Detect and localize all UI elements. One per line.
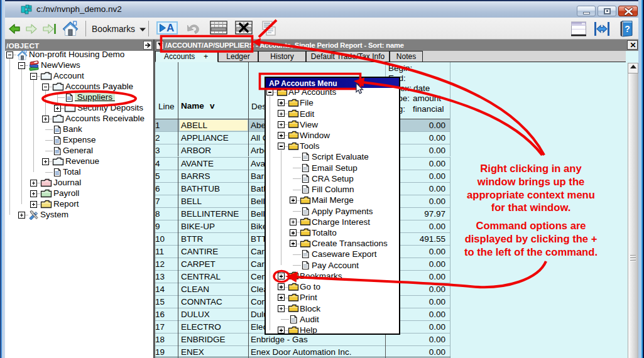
svg-text:?: ? [625,24,630,34]
